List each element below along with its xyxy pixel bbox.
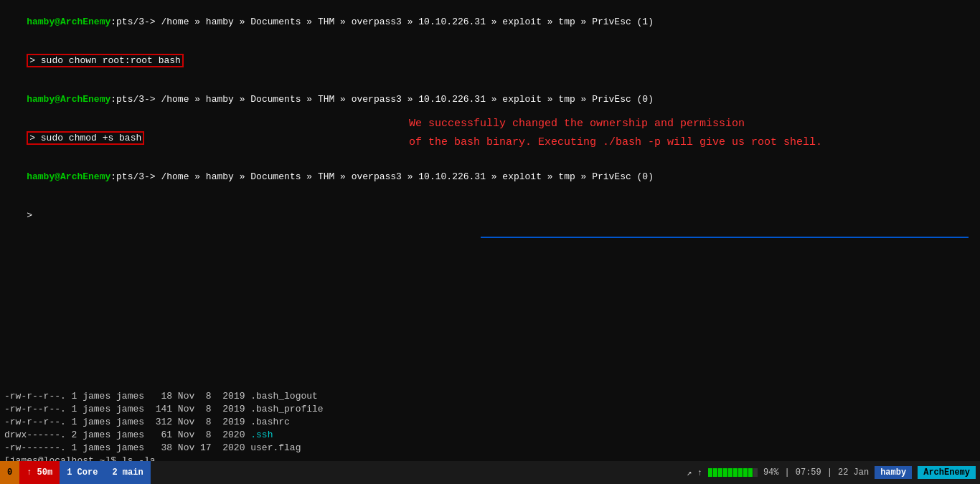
prompt-user-3: hamby@ArchEnemy bbox=[27, 171, 110, 182]
blank-5 bbox=[4, 287, 976, 300]
taskbar-item-main[interactable]: 2 main bbox=[105, 461, 150, 484]
blank-10 bbox=[4, 351, 976, 364]
taskbar-separator1: | bbox=[785, 468, 790, 478]
taskbar-host-badge: ArchEnemy bbox=[918, 466, 976, 479]
terminal-cmd-1: > sudo chown root:root bash bbox=[4, 42, 976, 80]
taskbar-item-0[interactable]: 0 bbox=[0, 461, 19, 484]
terminal-cmd-3: > bbox=[4, 196, 976, 235]
cmd-chown-highlight: > sudo chown root:root bash bbox=[27, 54, 184, 67]
blank-3 bbox=[4, 261, 976, 274]
annotation-text: We successfully changed the ownership an… bbox=[409, 115, 822, 152]
terminal-line-3: hamby@ArchEnemy:pts/3-> /home » hamby » … bbox=[4, 158, 976, 196]
listing-userflag-1: -rw-------. 1 james james 38 Nov 17 2020… bbox=[4, 442, 976, 455]
blank-9 bbox=[4, 338, 976, 351]
taskbar: 0 ↑ 50m 1 Core 2 main ↗ ↑ 94% | 07:59 | bbox=[0, 461, 980, 484]
cpu-b7 bbox=[738, 468, 743, 477]
taskbar-user-badge: hamby bbox=[875, 466, 912, 479]
blue-divider bbox=[481, 237, 969, 238]
terminal-line-1: hamby@ArchEnemy:pts/3-> /home » hamby » … bbox=[4, 3, 976, 42]
taskbar-separator2: | bbox=[827, 468, 832, 478]
blank-7 bbox=[4, 313, 976, 326]
cpu-b8 bbox=[743, 468, 748, 477]
cmd-chmod-highlight: > sudo chmod +s bash bbox=[27, 131, 144, 145]
cpu-b6 bbox=[733, 468, 738, 477]
cpu-b10 bbox=[753, 468, 758, 477]
cpu-b9 bbox=[748, 468, 753, 477]
cpu-b3 bbox=[718, 468, 722, 477]
cpu-b1 bbox=[708, 468, 712, 477]
terminal-line-2: hamby@ArchEnemy:pts/3-> /home » hamby » … bbox=[4, 80, 976, 119]
blank-8 bbox=[4, 326, 976, 338]
blank-4 bbox=[4, 274, 976, 287]
cpu-b2 bbox=[713, 468, 717, 477]
cpu-percent: 94% bbox=[763, 468, 779, 478]
listing-bash-profile-1: -rw-r--r--. 1 james james 141 Nov 8 2019… bbox=[4, 403, 976, 416]
listing-lsla-cmd: [james@localhost ~]$ ls -la bbox=[4, 455, 976, 461]
cpu-blocks bbox=[708, 468, 758, 477]
taskbar-right: ↗ ↑ 94% | 07:59 | 22 Jan hamby ArchEnemy bbox=[682, 461, 980, 484]
blank-2 bbox=[4, 248, 976, 261]
taskbar-left: 0 ↑ 50m 1 Core 2 main bbox=[0, 461, 151, 484]
taskbar-arrows: ↗ ↑ bbox=[687, 468, 702, 478]
blank-12 bbox=[4, 377, 976, 390]
prompt-user-2: hamby@ArchEnemy bbox=[27, 94, 110, 105]
taskbar-time: 07:59 bbox=[796, 468, 821, 478]
prompt-user-1: hamby@ArchEnemy bbox=[27, 16, 110, 27]
listing-bashrc-1: -rw-r--r--. 1 james james 312 Nov 8 2019… bbox=[4, 416, 976, 429]
cpu-b4 bbox=[723, 468, 727, 477]
terminal: hamby@ArchEnemy:pts/3-> /home » hamby » … bbox=[0, 0, 980, 461]
listing-ssh-1: drwx------. 2 james james 61 Nov 8 2020 … bbox=[4, 429, 976, 442]
taskbar-date: 22 Jan bbox=[838, 468, 869, 478]
blank-6 bbox=[4, 300, 976, 313]
ssh-dir-1: .ssh bbox=[250, 430, 273, 440]
cpu-b5 bbox=[728, 468, 732, 477]
blank-11 bbox=[4, 364, 976, 377]
listing-bash-logout-1: -rw-r--r--. 1 james james 18 Nov 8 2019 … bbox=[4, 390, 976, 403]
taskbar-item-50m[interactable]: ↑ 50m bbox=[19, 461, 60, 484]
taskbar-item-core[interactable]: 1 Core bbox=[60, 461, 105, 484]
